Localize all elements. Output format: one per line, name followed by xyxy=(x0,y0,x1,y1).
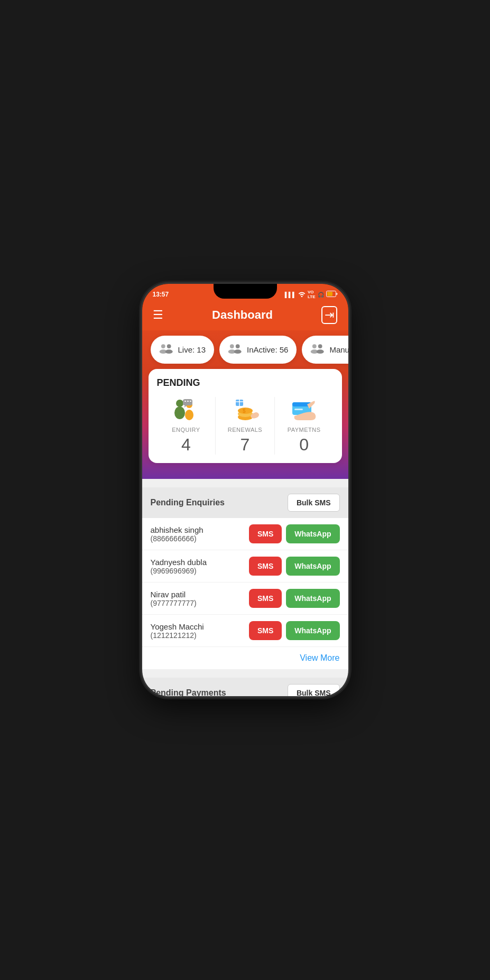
pending-renewals[interactable]: $ RENEWALS 7 xyxy=(216,397,275,455)
svg-point-6 xyxy=(230,344,234,348)
action-buttons: SMS WhatsApp xyxy=(249,557,340,576)
inactive-users-icon xyxy=(228,341,243,358)
manually-stat-label: Manually xyxy=(329,345,348,354)
enquiry-phone: (9969696969) xyxy=(151,567,249,575)
enquiry-label: ENQUIRY xyxy=(172,427,200,433)
svg-point-9 xyxy=(234,349,242,354)
pending-enquiries-title: Pending Enquiries xyxy=(151,498,225,507)
svg-rect-20 xyxy=(187,401,189,402)
view-more-row: View More xyxy=(142,647,348,669)
payments-icon xyxy=(288,397,320,423)
svg-point-7 xyxy=(236,344,240,348)
enquiry-phone: (8866666666) xyxy=(151,534,249,543)
payments-bulk-sms-button[interactable]: Bulk SMS xyxy=(288,684,340,696)
pending-title: PENDING xyxy=(157,377,334,389)
enquiry-count: 4 xyxy=(181,435,191,455)
pending-enquiries-header: Pending Enquiries Bulk SMS xyxy=(142,487,348,518)
action-buttons: SMS WhatsApp xyxy=(249,524,340,543)
enquiry-phone: (1212121212) xyxy=(151,631,249,640)
sms-button[interactable]: SMS xyxy=(249,524,282,543)
pending-enquiry[interactable]: ENQUIRY 4 xyxy=(157,397,216,455)
header-gradient: ☰ Dashboard ⇥ Live: 13 xyxy=(142,302,348,479)
svg-point-13 xyxy=(317,349,324,354)
renewals-count: 7 xyxy=(241,435,250,455)
svg-rect-19 xyxy=(184,401,186,402)
inactive-stat-label: InActive: 56 xyxy=(247,345,288,354)
enquiry-info: abhishek singh (8866666666) xyxy=(151,525,249,543)
app-header: ☰ Dashboard ⇥ xyxy=(142,302,348,330)
sms-button[interactable]: SMS xyxy=(249,589,282,608)
battery-icon xyxy=(326,291,338,298)
renewals-label: RENEWALS xyxy=(228,427,262,433)
sms-button[interactable]: SMS xyxy=(249,621,282,640)
live-users-icon xyxy=(159,341,174,358)
notch xyxy=(214,284,277,299)
enquiry-row: Nirav patil (9777777777) SMS WhatsApp xyxy=(142,583,348,615)
signal-icon: ▌▌▌ xyxy=(285,292,296,298)
whatsapp-button[interactable]: WhatsApp xyxy=(286,621,339,640)
svg-point-10 xyxy=(312,344,317,348)
sms-button[interactable]: SMS xyxy=(249,557,282,576)
svg-point-15 xyxy=(174,406,185,419)
enquiry-phone: (9777777777) xyxy=(151,599,249,607)
svg-rect-21 xyxy=(190,401,191,402)
renewals-icon: $ xyxy=(229,397,261,423)
svg-rect-1 xyxy=(327,292,332,296)
enquiry-name: Yogesh Macchi xyxy=(151,622,249,631)
enquiry-info: Yadnyesh dubla (9969696969) xyxy=(151,558,249,575)
svg-text:$: $ xyxy=(243,408,246,414)
view-more-link[interactable]: View More xyxy=(300,653,339,663)
enquiry-row: Yadnyesh dubla (9969696969) SMS WhatsApp xyxy=(142,550,348,583)
stat-pill-live[interactable]: Live: 13 xyxy=(151,336,215,364)
payments-count: 0 xyxy=(299,435,309,455)
stat-pill-manually[interactable]: Manually xyxy=(302,336,348,364)
headphone-icon: 🎧 xyxy=(318,292,324,298)
enquiry-icon xyxy=(170,397,202,423)
phone-frame: 13:57 ▌▌▌ VOLTE 🎧 xyxy=(142,284,348,696)
header-title: Dashboard xyxy=(212,308,273,322)
action-buttons: SMS WhatsApp xyxy=(249,621,340,640)
hamburger-icon[interactable]: ☰ xyxy=(153,308,163,322)
pending-payments-header: Pending Payments Bulk SMS xyxy=(142,678,348,696)
svg-rect-18 xyxy=(183,399,192,405)
svg-point-17 xyxy=(185,410,193,420)
enquiry-name: Yadnyesh dubla xyxy=(151,558,249,567)
svg-rect-33 xyxy=(294,409,303,410)
enquiry-row: abhishek singh (8866666666) SMS WhatsApp xyxy=(142,518,348,550)
enquiry-name: abhishek singh xyxy=(151,525,249,534)
pending-payments-title: Pending Payments xyxy=(151,688,226,696)
status-time: 13:57 xyxy=(153,291,169,298)
svg-point-5 xyxy=(165,349,172,354)
svg-point-3 xyxy=(167,344,171,348)
whatsapp-button[interactable]: WhatsApp xyxy=(286,557,339,576)
stats-row: Live: 13 InActive: 56 xyxy=(142,330,348,374)
pending-stats: ENQUIRY 4 xyxy=(157,397,334,455)
screen: 13:57 ▌▌▌ VOLTE 🎧 xyxy=(142,284,348,696)
enquiry-name: Nirav patil xyxy=(151,590,249,599)
stat-pill-inactive[interactable]: InActive: 56 xyxy=(219,336,297,364)
manually-users-icon xyxy=(310,341,325,358)
whatsapp-button[interactable]: WhatsApp xyxy=(286,524,339,543)
status-icons: ▌▌▌ VOLTE 🎧 xyxy=(285,290,338,299)
vo-lte-icon: VOLTE xyxy=(308,290,316,299)
svg-point-14 xyxy=(176,400,183,407)
svg-point-2 xyxy=(161,344,165,348)
enquiries-bulk-sms-button[interactable]: Bulk SMS xyxy=(288,494,340,512)
svg-point-11 xyxy=(318,344,322,348)
wifi-icon xyxy=(298,291,306,298)
enquiry-info: Nirav patil (9777777777) xyxy=(151,590,249,607)
enquiry-info: Yogesh Macchi (1212121212) xyxy=(151,622,249,640)
enquiry-row: Yogesh Macchi (1212121212) SMS WhatsApp xyxy=(142,615,348,647)
logout-icon[interactable]: ⇥ xyxy=(321,306,337,324)
pending-card: PENDING xyxy=(149,369,342,463)
pending-payments[interactable]: PAYMETNS 0 xyxy=(275,397,334,455)
whatsapp-button[interactable]: WhatsApp xyxy=(286,589,339,608)
action-buttons: SMS WhatsApp xyxy=(249,589,340,608)
payments-label: PAYMETNS xyxy=(288,427,321,433)
live-stat-label: Live: 13 xyxy=(178,345,206,354)
